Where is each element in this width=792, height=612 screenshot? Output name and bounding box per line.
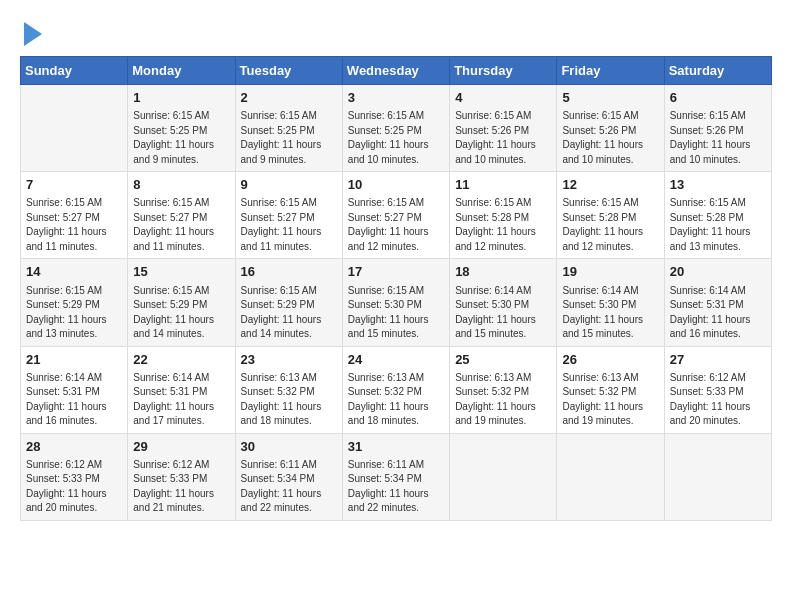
calendar-cell: 2Sunrise: 6:15 AMSunset: 5:25 PMDaylight… — [235, 85, 342, 172]
day-info: Sunrise: 6:15 AMSunset: 5:28 PMDaylight:… — [562, 196, 658, 254]
day-number: 12 — [562, 176, 658, 194]
day-number: 19 — [562, 263, 658, 281]
calendar-cell: 12Sunrise: 6:15 AMSunset: 5:28 PMDayligh… — [557, 172, 664, 259]
day-number: 14 — [26, 263, 122, 281]
day-number: 10 — [348, 176, 444, 194]
day-number: 1 — [133, 89, 229, 107]
calendar-cell: 31Sunrise: 6:11 AMSunset: 5:34 PMDayligh… — [342, 433, 449, 520]
day-info: Sunrise: 6:13 AMSunset: 5:32 PMDaylight:… — [455, 371, 551, 429]
day-info: Sunrise: 6:15 AMSunset: 5:29 PMDaylight:… — [26, 284, 122, 342]
calendar-cell: 13Sunrise: 6:15 AMSunset: 5:28 PMDayligh… — [664, 172, 771, 259]
weekday-header-wednesday: Wednesday — [342, 57, 449, 85]
weekday-header-tuesday: Tuesday — [235, 57, 342, 85]
day-number: 20 — [670, 263, 766, 281]
day-info: Sunrise: 6:15 AMSunset: 5:29 PMDaylight:… — [241, 284, 337, 342]
day-info: Sunrise: 6:12 AMSunset: 5:33 PMDaylight:… — [670, 371, 766, 429]
day-info: Sunrise: 6:14 AMSunset: 5:31 PMDaylight:… — [133, 371, 229, 429]
day-number: 3 — [348, 89, 444, 107]
calendar-cell: 16Sunrise: 6:15 AMSunset: 5:29 PMDayligh… — [235, 259, 342, 346]
day-info: Sunrise: 6:15 AMSunset: 5:26 PMDaylight:… — [562, 109, 658, 167]
day-info: Sunrise: 6:15 AMSunset: 5:26 PMDaylight:… — [670, 109, 766, 167]
day-info: Sunrise: 6:15 AMSunset: 5:28 PMDaylight:… — [455, 196, 551, 254]
day-number: 4 — [455, 89, 551, 107]
day-info: Sunrise: 6:15 AMSunset: 5:27 PMDaylight:… — [133, 196, 229, 254]
day-number: 23 — [241, 351, 337, 369]
calendar-cell: 6Sunrise: 6:15 AMSunset: 5:26 PMDaylight… — [664, 85, 771, 172]
weekday-header-thursday: Thursday — [450, 57, 557, 85]
day-number: 11 — [455, 176, 551, 194]
day-number: 16 — [241, 263, 337, 281]
day-number: 7 — [26, 176, 122, 194]
calendar-cell: 7Sunrise: 6:15 AMSunset: 5:27 PMDaylight… — [21, 172, 128, 259]
day-info: Sunrise: 6:15 AMSunset: 5:30 PMDaylight:… — [348, 284, 444, 342]
day-info: Sunrise: 6:15 AMSunset: 5:27 PMDaylight:… — [348, 196, 444, 254]
day-number: 8 — [133, 176, 229, 194]
page-header — [20, 20, 772, 46]
calendar-cell: 21Sunrise: 6:14 AMSunset: 5:31 PMDayligh… — [21, 346, 128, 433]
calendar-cell: 26Sunrise: 6:13 AMSunset: 5:32 PMDayligh… — [557, 346, 664, 433]
weekday-header-friday: Friday — [557, 57, 664, 85]
calendar-cell: 28Sunrise: 6:12 AMSunset: 5:33 PMDayligh… — [21, 433, 128, 520]
day-info: Sunrise: 6:14 AMSunset: 5:30 PMDaylight:… — [562, 284, 658, 342]
logo — [20, 20, 42, 46]
calendar-cell: 3Sunrise: 6:15 AMSunset: 5:25 PMDaylight… — [342, 85, 449, 172]
day-info: Sunrise: 6:14 AMSunset: 5:31 PMDaylight:… — [26, 371, 122, 429]
day-number: 25 — [455, 351, 551, 369]
calendar-cell: 9Sunrise: 6:15 AMSunset: 5:27 PMDaylight… — [235, 172, 342, 259]
calendar-cell: 14Sunrise: 6:15 AMSunset: 5:29 PMDayligh… — [21, 259, 128, 346]
calendar-cell: 27Sunrise: 6:12 AMSunset: 5:33 PMDayligh… — [664, 346, 771, 433]
week-row-2: 7Sunrise: 6:15 AMSunset: 5:27 PMDaylight… — [21, 172, 772, 259]
day-info: Sunrise: 6:12 AMSunset: 5:33 PMDaylight:… — [133, 458, 229, 516]
week-row-5: 28Sunrise: 6:12 AMSunset: 5:33 PMDayligh… — [21, 433, 772, 520]
day-number: 5 — [562, 89, 658, 107]
day-number: 21 — [26, 351, 122, 369]
day-info: Sunrise: 6:11 AMSunset: 5:34 PMDaylight:… — [241, 458, 337, 516]
day-number: 2 — [241, 89, 337, 107]
calendar-cell: 24Sunrise: 6:13 AMSunset: 5:32 PMDayligh… — [342, 346, 449, 433]
logo-arrow-icon — [24, 22, 42, 46]
calendar-cell: 8Sunrise: 6:15 AMSunset: 5:27 PMDaylight… — [128, 172, 235, 259]
calendar-cell: 5Sunrise: 6:15 AMSunset: 5:26 PMDaylight… — [557, 85, 664, 172]
day-info: Sunrise: 6:14 AMSunset: 5:30 PMDaylight:… — [455, 284, 551, 342]
calendar-cell: 29Sunrise: 6:12 AMSunset: 5:33 PMDayligh… — [128, 433, 235, 520]
day-number: 13 — [670, 176, 766, 194]
calendar-cell: 30Sunrise: 6:11 AMSunset: 5:34 PMDayligh… — [235, 433, 342, 520]
day-number: 30 — [241, 438, 337, 456]
day-info: Sunrise: 6:15 AMSunset: 5:25 PMDaylight:… — [133, 109, 229, 167]
calendar-table: SundayMondayTuesdayWednesdayThursdayFrid… — [20, 56, 772, 521]
calendar-cell: 19Sunrise: 6:14 AMSunset: 5:30 PMDayligh… — [557, 259, 664, 346]
calendar-cell: 23Sunrise: 6:13 AMSunset: 5:32 PMDayligh… — [235, 346, 342, 433]
week-row-3: 14Sunrise: 6:15 AMSunset: 5:29 PMDayligh… — [21, 259, 772, 346]
day-info: Sunrise: 6:14 AMSunset: 5:31 PMDaylight:… — [670, 284, 766, 342]
day-number: 9 — [241, 176, 337, 194]
day-number: 18 — [455, 263, 551, 281]
day-number: 28 — [26, 438, 122, 456]
day-info: Sunrise: 6:13 AMSunset: 5:32 PMDaylight:… — [348, 371, 444, 429]
week-row-4: 21Sunrise: 6:14 AMSunset: 5:31 PMDayligh… — [21, 346, 772, 433]
calendar-cell: 1Sunrise: 6:15 AMSunset: 5:25 PMDaylight… — [128, 85, 235, 172]
calendar-cell: 17Sunrise: 6:15 AMSunset: 5:30 PMDayligh… — [342, 259, 449, 346]
day-info: Sunrise: 6:15 AMSunset: 5:25 PMDaylight:… — [348, 109, 444, 167]
day-number: 29 — [133, 438, 229, 456]
day-info: Sunrise: 6:13 AMSunset: 5:32 PMDaylight:… — [562, 371, 658, 429]
day-info: Sunrise: 6:15 AMSunset: 5:26 PMDaylight:… — [455, 109, 551, 167]
week-row-1: 1Sunrise: 6:15 AMSunset: 5:25 PMDaylight… — [21, 85, 772, 172]
calendar-cell — [664, 433, 771, 520]
calendar-cell: 15Sunrise: 6:15 AMSunset: 5:29 PMDayligh… — [128, 259, 235, 346]
day-number: 24 — [348, 351, 444, 369]
calendar-cell — [450, 433, 557, 520]
day-info: Sunrise: 6:13 AMSunset: 5:32 PMDaylight:… — [241, 371, 337, 429]
calendar-cell: 22Sunrise: 6:14 AMSunset: 5:31 PMDayligh… — [128, 346, 235, 433]
calendar-cell: 20Sunrise: 6:14 AMSunset: 5:31 PMDayligh… — [664, 259, 771, 346]
day-info: Sunrise: 6:15 AMSunset: 5:28 PMDaylight:… — [670, 196, 766, 254]
day-number: 17 — [348, 263, 444, 281]
calendar-cell — [21, 85, 128, 172]
calendar-cell: 18Sunrise: 6:14 AMSunset: 5:30 PMDayligh… — [450, 259, 557, 346]
day-number: 31 — [348, 438, 444, 456]
day-number: 22 — [133, 351, 229, 369]
calendar-cell: 25Sunrise: 6:13 AMSunset: 5:32 PMDayligh… — [450, 346, 557, 433]
day-number: 26 — [562, 351, 658, 369]
calendar-cell — [557, 433, 664, 520]
day-number: 27 — [670, 351, 766, 369]
day-info: Sunrise: 6:15 AMSunset: 5:27 PMDaylight:… — [26, 196, 122, 254]
